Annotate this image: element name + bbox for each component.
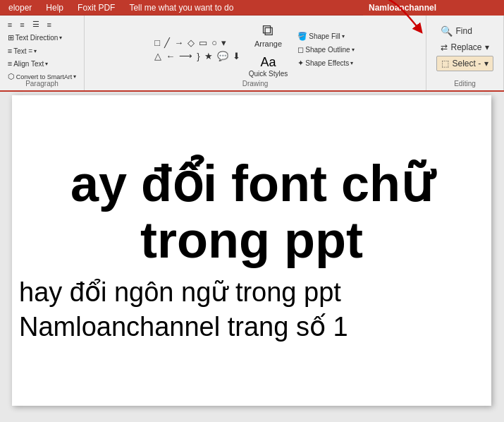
text-eq-btn[interactable]: ≡ Text = ▾ xyxy=(5,45,39,56)
right-arrow-btn[interactable]: ⟶ xyxy=(178,50,194,62)
text-direction-btn[interactable]: ⊞ Text Direction ▾ xyxy=(5,32,66,44)
paragraph-label: Paragraph xyxy=(0,80,84,88)
decrease-indent-icon: ≡ xyxy=(8,20,12,29)
oval-shape-btn[interactable]: ○ xyxy=(210,37,219,49)
shape-effects-dropdown-icon: ▾ xyxy=(350,60,353,66)
select-icon: ⬚ xyxy=(441,59,449,68)
line-shape-btn[interactable]: ╱ xyxy=(163,37,171,49)
shape-fill-icon: 🪣 xyxy=(297,32,307,41)
callout-btn[interactable]: 💬 xyxy=(216,50,230,62)
quick-styles-icon: Aa xyxy=(260,55,276,70)
scroll-down-btn[interactable]: ⬇ xyxy=(231,50,242,62)
editing-group: 🔍 Find ⇄ Replace ▾ ⬚ Select - ▾ xyxy=(426,16,504,90)
numbering-icon: ≡ xyxy=(47,20,51,29)
text-eq-icon: ≡ xyxy=(8,47,12,55)
slide-area: ay đổi font chữ trong ppt hay đổi ngôn n… xyxy=(12,95,491,406)
select-dropdown-icon: ▾ xyxy=(484,59,488,68)
text-direction-icon: ⊞ xyxy=(8,33,14,42)
text-direction-dropdown-icon: ▾ xyxy=(59,35,62,41)
menu-bar: eloper Help Foxit PDF Tell me what you w… xyxy=(6,1,236,14)
paragraph-group: ≡ ≡ ☰ ≡ ⊞ Text Direction xyxy=(0,16,85,90)
replace-btn[interactable]: ⇄ Replace ▾ xyxy=(436,40,493,54)
editing-label: Editing xyxy=(426,80,503,88)
menu-foxit-pdf[interactable]: Foxit PDF xyxy=(75,1,118,14)
left-arrow-btn[interactable]: ← xyxy=(164,50,176,62)
shape-effects-icon: ✦ xyxy=(297,59,304,68)
slide-subtitle2: Namloanchannel trang số 1 xyxy=(19,310,484,344)
rounded-rect-btn[interactable]: ▭ xyxy=(197,37,209,49)
increase-indent-icon: ≡ xyxy=(20,20,24,29)
menu-help[interactable]: Help xyxy=(43,1,66,14)
star-shape-btn[interactable]: ★ xyxy=(203,50,214,62)
arrow-shape-btn[interactable]: → xyxy=(173,37,185,49)
diamond-shape-btn[interactable]: ◇ xyxy=(186,37,196,49)
binoculars-icon: 🔍 xyxy=(441,25,453,37)
shape-outline-dropdown-icon: ▾ xyxy=(352,47,355,53)
drawing-label: Drawing xyxy=(85,80,426,88)
arrow-indicator xyxy=(363,0,434,40)
triangle-shape-btn[interactable]: △ xyxy=(153,50,163,62)
slide-subtitle1: hay đổi ngôn ngữ trong ppt xyxy=(19,275,484,310)
shape-fill-dropdown-icon: ▾ xyxy=(342,33,345,40)
slide-title: ay đổi font chữ trong ppt xyxy=(19,156,484,267)
select-btn[interactable]: ⬚ Select - ▾ xyxy=(436,56,493,71)
decrease-indent-btn[interactable]: ≡ xyxy=(5,19,15,30)
shapes-grid: □ ╱ → ◇ ▭ ○ ▾ △ ← ⟶ } ★ 💬 xyxy=(153,37,241,73)
align-text-icon: ≡ xyxy=(8,59,12,68)
list-icon: ☰ xyxy=(32,20,39,29)
menu-tell-me[interactable]: Tell me what you want to do xyxy=(126,1,236,14)
more-shapes-btn[interactable]: ▾ xyxy=(220,37,228,49)
align-text-btn[interactable]: ≡ Align Text ▾ xyxy=(5,58,51,69)
arrange-btn[interactable]: ⧉ Arrange xyxy=(245,18,293,51)
smartart-dropdown-icon: ▾ xyxy=(73,73,76,80)
text-eq-dropdown-icon: ▾ xyxy=(34,48,37,54)
increase-indent-btn[interactable]: ≡ xyxy=(17,19,27,30)
main-content: ay đổi font chữ trong ppt hay đổi ngôn n… xyxy=(0,92,504,422)
shape-outline-icon: ◻ xyxy=(297,45,304,54)
shape-fill-btn[interactable]: 🪣 Shape Fill ▾ xyxy=(295,30,357,42)
bracket-btn[interactable]: } xyxy=(195,50,201,62)
find-btn[interactable]: 🔍 Find xyxy=(436,23,493,39)
menu-developer[interactable]: eloper xyxy=(6,1,35,14)
arrange-icon: ⧉ xyxy=(262,21,273,40)
list-btn[interactable]: ☰ xyxy=(30,18,42,30)
numbering-btn[interactable]: ≡ xyxy=(44,19,54,30)
replace-icon: ⇄ xyxy=(441,42,448,52)
shape-effects-btn[interactable]: ✦ Shape Effects ▾ xyxy=(295,57,357,69)
shape-format-group: 🪣 Shape Fill ▾ ◻ Shape Outline ▾ ✦ Shape… xyxy=(295,30,357,80)
rect-shape-btn[interactable]: □ xyxy=(153,37,161,49)
shape-outline-btn[interactable]: ◻ Shape Outline ▾ xyxy=(295,44,357,56)
quick-styles-btn[interactable]: Aa Quick Styles xyxy=(245,52,293,80)
align-text-dropdown-icon: ▾ xyxy=(45,61,48,67)
replace-dropdown-icon: ▾ xyxy=(485,42,489,52)
